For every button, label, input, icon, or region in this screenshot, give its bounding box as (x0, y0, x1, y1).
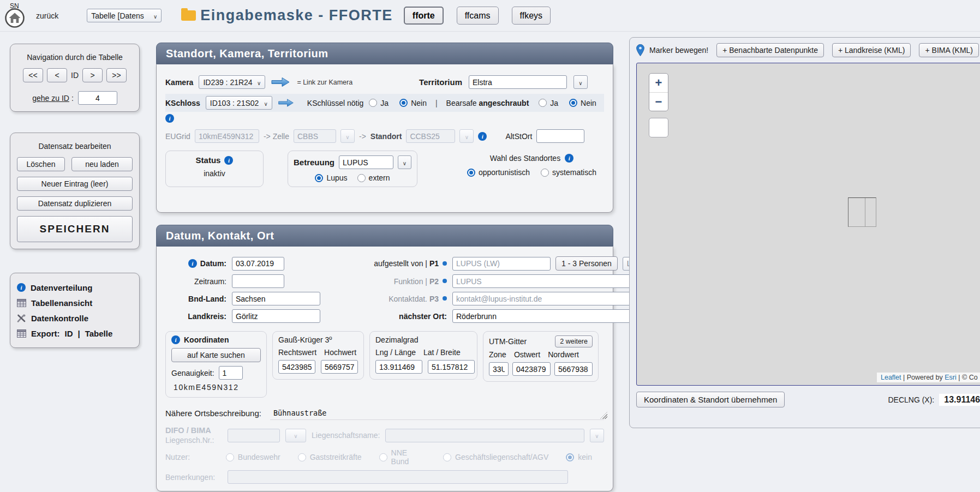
neighbors-button[interactable]: + Benachbarte Datenpunkte (716, 43, 824, 57)
genauigkeit-input[interactable] (219, 366, 243, 380)
landkreis-input[interactable] (232, 309, 320, 323)
lng-input[interactable] (375, 360, 422, 374)
kamera-select-value: ID239 : 21R24 (203, 78, 252, 87)
reload-button[interactable]: neu laden (71, 157, 133, 171)
info-icon[interactable]: i (188, 259, 197, 268)
save-button[interactable]: SPEICHERN (17, 216, 133, 242)
ortsbeschreibung-input[interactable] (270, 406, 604, 420)
zelle-input (294, 129, 336, 143)
p1-input[interactable] (452, 257, 551, 271)
link-arrow-icon[interactable] (271, 77, 290, 87)
betreuung-label: Betreuung (294, 158, 334, 167)
link-tabellenansicht[interactable]: Tabellenansicht (17, 295, 133, 310)
datum-label: Datum: (200, 259, 226, 268)
personen-button[interactable]: 1 - 3 Personen (555, 256, 618, 271)
link-arrow-icon[interactable] (278, 98, 294, 107)
esri-link[interactable]: Esri (945, 374, 957, 381)
goto-id-input[interactable] (78, 91, 117, 105)
kschluessel-ja-radio[interactable] (369, 99, 377, 107)
liegenschaftsname-select-button (590, 429, 604, 442)
territorium-label: Territorium (419, 77, 462, 87)
link-datenverteilung[interactable]: i Datenverteilung (17, 280, 133, 295)
hochwert-label: Hochwert (324, 348, 356, 357)
rechtswert-input[interactable] (278, 360, 315, 374)
liegenschnr-label: Liegensch.Nr.: (165, 436, 214, 445)
betreuung-lupus-radio[interactable] (315, 174, 323, 182)
zoom-out-button[interactable]: − (649, 92, 668, 111)
bearsafe-ja-radio[interactable] (539, 99, 547, 107)
bima-kml-button[interactable]: + BIMA (KML) (919, 43, 979, 57)
table-select[interactable]: Tabelle [Datens (87, 9, 162, 22)
wahl-opportunistisch-radio[interactable] (467, 169, 475, 177)
hochwert-input[interactable] (321, 360, 358, 374)
eugrid-input (195, 129, 259, 143)
map-zoom-control: + − (649, 73, 668, 111)
lat-input[interactable] (428, 360, 475, 374)
chevron-down-icon (595, 431, 599, 440)
leaflet-link[interactable]: Leaflet (881, 374, 901, 381)
delete-button[interactable]: Löschen (17, 157, 65, 171)
kschloss-select[interactable]: ID103 : 21S02 (206, 96, 272, 110)
nav-prev-button[interactable]: < (47, 68, 67, 82)
territorium-select-button[interactable] (573, 75, 588, 89)
link-datenkontrolle[interactable]: Datenkontrolle (17, 310, 133, 326)
nav-first-button[interactable]: << (23, 68, 43, 82)
landkreise-kml-button[interactable]: + Landkreise (KML) (832, 43, 911, 57)
export-table-link[interactable]: Tabelle (85, 329, 113, 338)
zeitraum-input[interactable] (232, 274, 284, 288)
kamera-select[interactable]: ID239 : 21R24 (199, 75, 265, 89)
info-icon[interactable]: i (171, 335, 180, 344)
new-entry-button[interactable]: Neuer Eintrag (leer) (17, 177, 133, 191)
altstort-input[interactable] (536, 129, 584, 143)
separator: | (435, 99, 438, 107)
export-id-link[interactable]: ID (65, 329, 73, 338)
ostwert-label: Ostwert (514, 350, 540, 359)
territorium-input[interactable] (469, 75, 567, 89)
home-icon[interactable] (4, 8, 25, 30)
ort-label: nächster Ort: (399, 312, 447, 321)
betreuung-select-button[interactable] (398, 155, 411, 169)
nav-id-label: ID (71, 71, 79, 80)
nordwert-input[interactable] (554, 362, 593, 376)
difo-section: DIFO / BIMA Liegensch.Nr.: Liegenschafts… (165, 425, 604, 484)
betreuung-extern-radio[interactable] (357, 174, 366, 182)
karte-suchen-button[interactable]: auf Karte suchen (171, 348, 261, 362)
zoom-in-button[interactable]: + (649, 74, 668, 92)
back-link[interactable]: zurück (36, 11, 58, 20)
kschluessel-nein-radio[interactable] (399, 99, 408, 107)
map-canvas[interactable]: + − Leaflet | Powered by Esri | © Co (636, 63, 980, 386)
tab-ffkeys[interactable]: ffkeys (512, 7, 551, 25)
ostwert-input[interactable] (512, 362, 551, 376)
nav-next-button[interactable]: > (82, 68, 103, 82)
tab-fforte[interactable]: fforte (404, 7, 444, 25)
table-select-value: Tabelle [Datens (91, 11, 144, 20)
info-icon[interactable]: i (478, 132, 487, 141)
nutzer-nnebund-label: NNE Bund (391, 448, 426, 466)
bearsafe-nein-radio[interactable] (569, 99, 577, 107)
info-icon[interactable]: i (165, 114, 174, 123)
p2-label: Funktion | P2 (394, 277, 439, 286)
tab-ffcams[interactable]: ffcams (457, 7, 499, 25)
attribution-separator: | (901, 374, 907, 381)
status-box: Status i inaktiv (165, 151, 264, 187)
datum-input[interactable] (232, 257, 284, 271)
map-layers-button[interactable] (649, 118, 668, 137)
zone-label: Zone (489, 350, 506, 359)
nav-last-button[interactable]: >> (106, 68, 127, 82)
duplicate-button[interactable]: Datensatz duplizieren (17, 196, 133, 211)
zone-input[interactable] (489, 362, 509, 376)
zelle-label: -> Zelle (264, 132, 289, 141)
p3-label: Kontaktdat. P3 (389, 295, 439, 303)
betreuung-input[interactable] (339, 155, 393, 169)
goto-id-link[interactable]: gehe zu ID (32, 94, 69, 103)
grid-ref: 10kmE459N312 (174, 383, 261, 392)
wahl-systematisch-radio[interactable] (541, 169, 549, 177)
info-icon[interactable]: i (224, 156, 233, 165)
bndland-input[interactable] (232, 292, 320, 305)
difo-labels: DIFO / BIMA Liegensch.Nr.: (165, 425, 222, 445)
info-icon[interactable]: i (565, 154, 573, 163)
declng-value: 13.911469 (939, 394, 980, 406)
more-coords-button[interactable]: 2 weitere (555, 335, 593, 347)
apply-coordinates-button[interactable]: Koordinaten & Standort übernehmen (636, 392, 785, 407)
datum-panel-title: Datum, Kontakt, Ort (156, 225, 613, 247)
